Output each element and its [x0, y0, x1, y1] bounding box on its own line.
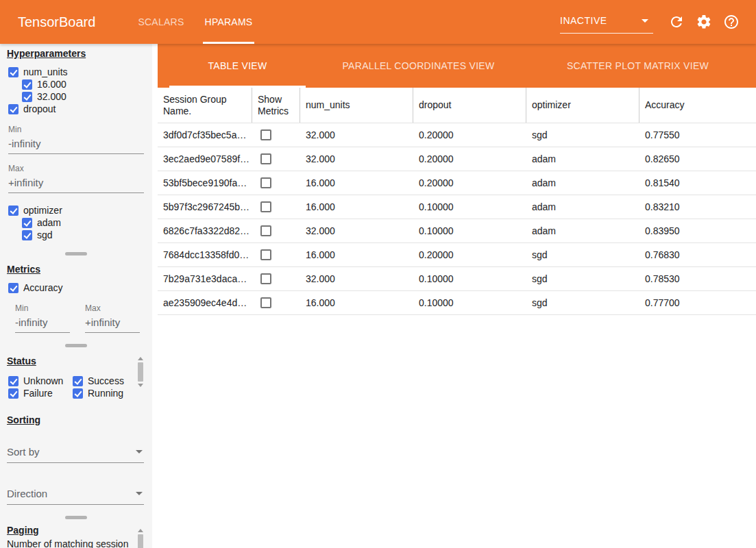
min-input[interactable]: -infinity [15, 313, 70, 333]
optimizer-checkbox-row[interactable]: sgd [22, 229, 152, 241]
scroll-up-icon[interactable] [138, 357, 143, 360]
checkbox[interactable] [8, 206, 19, 216]
status-scrollbar[interactable] [137, 357, 143, 387]
dropout-cell: 0.20000 [413, 249, 526, 260]
checkbox[interactable] [8, 388, 19, 399]
refresh-button[interactable] [668, 14, 685, 30]
direction-placeholder: Direction [7, 488, 47, 499]
checkbox[interactable] [8, 67, 19, 77]
session-group-name-cell: 7b29a731e3daca… [158, 273, 252, 284]
show-metrics-checkbox[interactable] [260, 153, 271, 164]
hyperparameters-section: Hyperparameters num_units 16.000 32.000 [0, 48, 152, 241]
paging-section: Paging Number of matching session groups… [0, 525, 152, 548]
show-metrics-checkbox[interactable] [260, 225, 271, 236]
checkbox[interactable] [8, 376, 19, 386]
column-header-num-units: num_units [300, 88, 413, 123]
direction-dropdown[interactable]: Direction [7, 488, 144, 505]
num-units-cell: 16.000 [300, 177, 413, 188]
checkbox-label: Accuracy [23, 282, 63, 293]
help-button[interactable] [723, 14, 740, 30]
checkbox[interactable] [8, 283, 19, 293]
column-header-accuracy: Accuracy [639, 88, 756, 123]
hparams-main: TABLE VIEW PARALLEL COORDINATES VIEW SCA… [158, 44, 756, 548]
metrics-list: Accuracy [0, 282, 152, 294]
checkbox[interactable] [22, 230, 32, 240]
status-checkbox-row[interactable]: Unknown [8, 375, 64, 387]
status-list: Unknown Success Failure Running [0, 375, 152, 399]
checkbox[interactable] [22, 92, 32, 102]
scrollbar-thumb[interactable] [138, 362, 143, 382]
scroll-down-icon[interactable] [138, 384, 143, 387]
table-row: 53bf5bece9190fa… 16.000 0.20000 adam 0.8… [158, 171, 756, 195]
settings-button[interactable] [696, 14, 712, 30]
sort-by-dropdown[interactable]: Sort by [7, 446, 144, 463]
section-resize-handle[interactable] [65, 252, 87, 256]
topbar-controls: INACTIVE [560, 11, 756, 34]
status-checkbox-row[interactable]: Failure [8, 387, 64, 399]
optimizer-checkbox-row[interactable]: adam [22, 216, 152, 229]
checkbox[interactable] [73, 376, 83, 386]
hyperparameter-checkbox-row[interactable]: 16.000 [22, 78, 152, 90]
dropout-cell: 0.10000 [413, 297, 526, 308]
show-metrics-checkbox[interactable] [260, 201, 271, 212]
sorting-section: Sorting Sort by Direction [0, 414, 152, 505]
view-tabs: TABLE VIEW PARALLEL COORDINATES VIEW SCA… [158, 44, 756, 88]
hyperparameter-list: num_units 16.000 32.000 dropout [0, 66, 152, 115]
tab-hparams[interactable]: HPARAMS [195, 0, 263, 44]
hyperparameter-checkbox-row[interactable]: num_units [8, 66, 152, 78]
min-input[interactable]: -infinity [8, 134, 144, 154]
metric-min-field: Min -infinity [15, 303, 70, 333]
sorting-heading: Sorting [7, 414, 152, 425]
show-metrics-checkbox[interactable] [260, 273, 271, 284]
tab-parallel-coordinates-view[interactable]: PARALLEL COORDINATES VIEW [306, 44, 531, 88]
column-header-dropout: dropout [413, 88, 526, 123]
checkbox-label: Failure [23, 388, 53, 399]
show-metrics-cell [252, 273, 300, 284]
dropout-cell: 0.10000 [413, 225, 526, 236]
checkbox-label: 32.000 [37, 91, 66, 102]
session-group-name-cell: 3df0d7cf35bec5a… [158, 129, 252, 140]
refresh-icon [668, 14, 685, 30]
hyperparameter-checkbox-row[interactable]: dropout [8, 103, 152, 115]
show-metrics-checkbox[interactable] [260, 177, 271, 188]
tab-scalars[interactable]: SCALARS [127, 0, 194, 44]
sort-by-placeholder: Sort by [7, 446, 40, 458]
table-row: 5b97f3c2967245b… 16.000 0.10000 adam 0.8… [158, 195, 756, 219]
reload-status-dropdown[interactable]: INACTIVE [560, 11, 653, 34]
paging-heading: Paging [7, 525, 152, 536]
tab-scatter-plot-matrix-view[interactable]: SCATTER PLOT MATRIX VIEW [531, 44, 744, 88]
optimizer-checkbox-row[interactable]: optimizer [8, 204, 152, 216]
optimizer-cell: sgd [526, 297, 639, 308]
status-section: Status Unknown Success Failure [0, 356, 152, 399]
hyperparameter-checkbox-row[interactable]: 32.000 [22, 90, 152, 103]
tab-table-view[interactable]: TABLE VIEW [169, 44, 306, 88]
checkbox[interactable] [22, 79, 32, 90]
session-groups-table: Session Group Name. Show Metrics num_uni… [158, 88, 756, 315]
paging-scrollbar[interactable] [137, 529, 143, 548]
column-header-optimizer: optimizer [526, 88, 639, 123]
checkbox-label: Running [88, 388, 123, 399]
show-metrics-checkbox[interactable] [260, 129, 271, 140]
checkbox[interactable] [8, 104, 19, 114]
checkbox-label: optimizer [23, 205, 62, 216]
dropout-cell: 0.20000 [413, 177, 526, 188]
metric-checkbox-row[interactable]: Accuracy [8, 282, 152, 294]
scrollbar-thumb[interactable] [138, 534, 143, 548]
accuracy-cell: 0.83210 [639, 201, 756, 212]
checkbox[interactable] [73, 388, 83, 399]
max-input[interactable]: +infinity [8, 173, 144, 193]
max-input[interactable]: +infinity [85, 313, 140, 333]
show-metrics-checkbox[interactable] [260, 249, 271, 260]
table-row: ae235909ec4e4d… 16.000 0.10000 sgd 0.777… [158, 291, 756, 315]
optimizer-list: optimizer adam sgd [0, 204, 152, 241]
show-metrics-checkbox[interactable] [260, 297, 271, 308]
section-resize-handle[interactable] [65, 516, 87, 519]
num-units-cell: 16.000 [300, 297, 413, 308]
optimizer-cell: adam [526, 153, 639, 164]
scroll-up-icon[interactable] [138, 529, 143, 532]
min-label: Min [8, 125, 144, 134]
status-checkbox-row[interactable]: Running [73, 387, 152, 399]
section-resize-handle[interactable] [65, 344, 87, 347]
accuracy-cell: 0.77700 [639, 297, 756, 308]
checkbox[interactable] [22, 218, 32, 228]
